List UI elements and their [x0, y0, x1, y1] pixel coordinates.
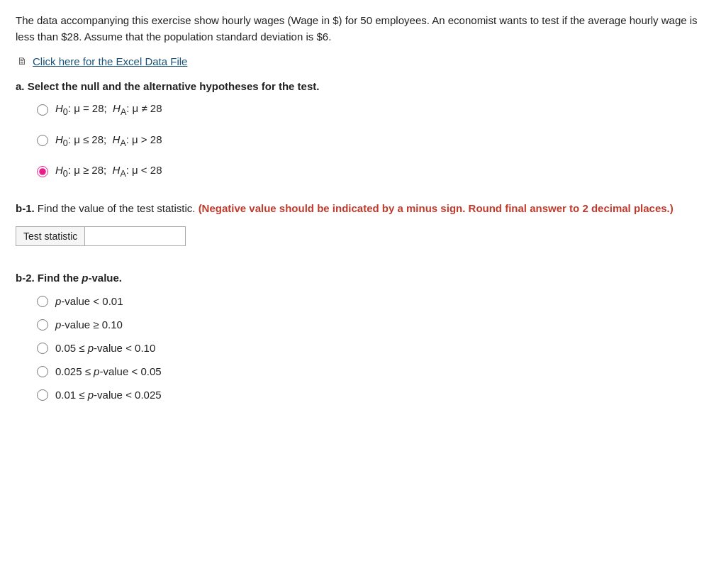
- b1-warning: (Negative value should be indicated by a…: [199, 202, 674, 214]
- hypothesis-label-1: H0: μ = 28; HA: μ ≠ 28: [55, 101, 162, 119]
- test-statistic-input[interactable]: [85, 227, 170, 245]
- p-value-radio-group: p-value < 0.01 p-value ≥ 0.10 0.05 ≤ p-v…: [37, 295, 710, 401]
- p-label-3: 0.05 ≤ p-value < 0.10: [55, 342, 155, 354]
- excel-icon: 🗎: [16, 55, 28, 67]
- hypothesis-radio-3[interactable]: [37, 166, 48, 177]
- p-radio-3[interactable]: [37, 343, 48, 354]
- hypothesis-radio-group: H0: μ = 28; HA: μ ≠ 28 H0: μ ≤ 28; HA: μ…: [37, 101, 710, 181]
- hypothesis-radio-1[interactable]: [37, 104, 48, 116]
- part-b2-label: b-2. Find the p-value.: [16, 272, 710, 284]
- p-label-2: p-value ≥ 0.10: [55, 318, 123, 331]
- p-label-4: 0.025 ≤ p-value < 0.05: [55, 365, 162, 377]
- part-a-section: a. Select the null and the alternative h…: [16, 80, 710, 181]
- hypothesis-option-3[interactable]: H0: μ ≥ 28; HA: μ < 28: [37, 162, 710, 181]
- part-b1-section: b-1. Find the value of the test statisti…: [16, 201, 710, 247]
- p-option-2[interactable]: p-value ≥ 0.10: [37, 318, 710, 331]
- hypothesis-radio-2[interactable]: [37, 135, 48, 146]
- p-option-1[interactable]: p-value < 0.01: [37, 295, 710, 307]
- test-statistic-label: Test statistic: [16, 227, 85, 245]
- p-radio-5[interactable]: [37, 389, 48, 401]
- hypothesis-label-3: H0: μ ≥ 28; HA: μ < 28: [55, 162, 162, 181]
- p-radio-4[interactable]: [37, 366, 48, 377]
- p-radio-1[interactable]: [37, 296, 48, 307]
- excel-link-row: 🗎 Click here for the Excel Data File: [16, 55, 710, 67]
- p-label-5: 0.01 ≤ p-value < 0.025: [55, 389, 162, 401]
- hypothesis-label-2: H0: μ ≤ 28; HA: μ > 28: [55, 132, 162, 150]
- p-option-3[interactable]: 0.05 ≤ p-value < 0.10: [37, 342, 710, 354]
- part-a-label: a. Select the null and the alternative h…: [16, 80, 710, 92]
- intro-text: The data accompanying this exercise show…: [16, 13, 710, 45]
- p-radio-2[interactable]: [37, 319, 48, 331]
- hypothesis-option-1[interactable]: H0: μ = 28; HA: μ ≠ 28: [37, 101, 710, 119]
- excel-link[interactable]: Click here for the Excel Data File: [33, 55, 187, 67]
- part-b1-instruction: b-1. Find the value of the test statisti…: [16, 201, 710, 217]
- part-b2-section: b-2. Find the p-value. p-value < 0.01 p-…: [16, 272, 710, 401]
- p-label-1: p-value < 0.01: [55, 295, 123, 307]
- p-option-5[interactable]: 0.01 ≤ p-value < 0.025: [37, 389, 710, 401]
- test-statistic-row: Test statistic: [16, 226, 186, 246]
- hypothesis-option-2[interactable]: H0: μ ≤ 28; HA: μ > 28: [37, 132, 710, 150]
- p-option-4[interactable]: 0.025 ≤ p-value < 0.05: [37, 365, 710, 377]
